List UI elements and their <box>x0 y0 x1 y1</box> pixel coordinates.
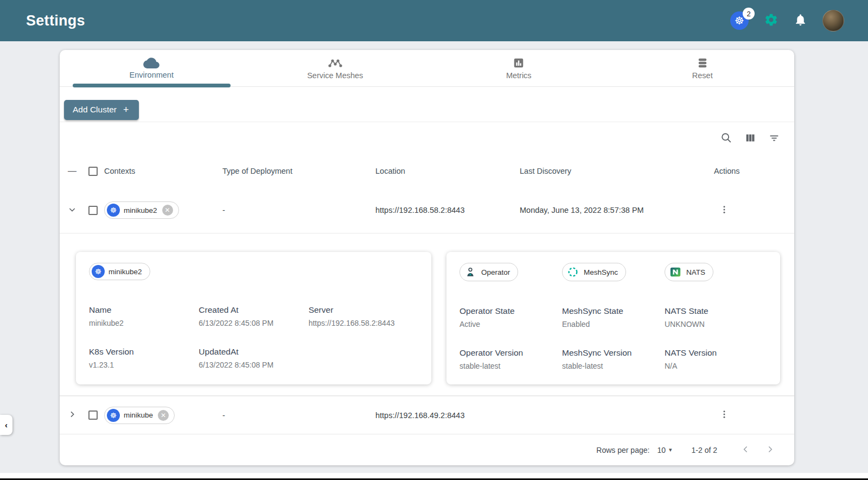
chevron-left-icon: ‹ <box>5 420 8 430</box>
tab-metrics[interactable]: Metrics <box>427 50 611 86</box>
nats-chip[interactable]: NATS <box>665 263 713 281</box>
search-icon <box>720 132 732 146</box>
tab-label: Service Meshes <box>307 71 363 80</box>
operator-chips: Operator MeshSync <box>459 263 767 281</box>
operator-detail-card: Operator MeshSync <box>446 252 780 384</box>
service-mesh-icon <box>327 57 343 69</box>
context-chip-minikube[interactable]: ☸ minikube ✕ <box>104 407 175 424</box>
nats-icon <box>668 265 682 279</box>
cell-location: https://192.168.49.2:8443 <box>375 411 520 420</box>
field-updated-at: UpdatedAt 6/13/2022 8:45:08 PM <box>199 347 308 369</box>
field-nats-state: NATS State UNKNOWN <box>665 306 767 329</box>
filter-button[interactable] <box>768 132 780 146</box>
context-chip-minikube2[interactable]: ☸ minikube2 ✕ <box>104 201 179 219</box>
chip-label: minikube2 <box>108 268 142 276</box>
field-label: Server <box>309 305 418 315</box>
chip-label: NATS <box>686 268 705 276</box>
next-page-button[interactable] <box>758 445 782 456</box>
bottom-strip <box>0 473 868 478</box>
field-meshsync-version: MeshSync Version stable-latest <box>562 348 665 370</box>
chevron-right-icon <box>68 410 76 420</box>
operator-chip[interactable]: Operator <box>459 263 518 281</box>
chip-delete-icon[interactable]: ✕ <box>158 410 169 421</box>
view-columns-button[interactable] <box>744 132 756 146</box>
chevron-down-icon <box>68 205 76 216</box>
database-icon <box>697 57 709 69</box>
column-header-type: Type of Deployment <box>222 167 375 175</box>
add-cluster-row: Add Cluster + <box>60 87 794 122</box>
bell-icon <box>794 13 807 28</box>
chip-label: MeshSync <box>584 268 618 276</box>
row-checkbox[interactable] <box>88 206 98 215</box>
field-label: NATS State <box>665 306 767 316</box>
column-header-location: Location <box>375 167 520 175</box>
cell-location: https://192.168.58.2:8443 <box>375 206 520 214</box>
cluster-detail-card: ☸ minikube2 Name minikube2 Created At 6/… <box>76 252 431 384</box>
rows-per-page-select[interactable]: 10 ▾ <box>657 446 672 454</box>
context-chip-minikube2-detail[interactable]: ☸ minikube2 <box>89 263 150 280</box>
meshsync-chip[interactable]: MeshSync <box>562 263 626 281</box>
header-actions: ☸ 2 <box>730 10 844 31</box>
tab-service-meshes[interactable]: Service Meshes <box>244 50 427 86</box>
notifications-button[interactable] <box>794 13 807 28</box>
field-label: Operator Version <box>459 348 562 358</box>
previous-page-button[interactable] <box>733 445 758 456</box>
table-pagination: Rows per page: 10 ▾ 1-2 of 2 <box>60 434 794 465</box>
kubernetes-icon: ☸ <box>107 409 120 422</box>
cell-type: - <box>222 206 375 214</box>
chevron-right-icon <box>765 445 775 456</box>
column-header-actions: Actions <box>711 167 794 175</box>
row-expander[interactable] <box>63 205 81 216</box>
user-avatar[interactable] <box>822 10 844 31</box>
field-value: 6/13/2022 8:45:08 PM <box>199 361 308 369</box>
bar-chart-icon <box>513 57 525 69</box>
rows-per-page-value: 10 <box>657 446 666 454</box>
field-value: N/A <box>665 362 767 370</box>
field-k8s-version: K8s Version v1.23.1 <box>89 347 199 369</box>
tab-label: Environment <box>130 71 174 79</box>
field-created-at: Created At 6/13/2022 8:45:08 PM <box>199 305 308 327</box>
field-value: UNKNOWN <box>665 320 767 329</box>
app-header: Settings ☸ 2 <box>0 0 868 41</box>
meshsync-icon <box>566 265 580 279</box>
operator-icon <box>463 265 477 279</box>
chevron-left-icon <box>741 445 750 456</box>
kubernetes-context-button[interactable]: ☸ 2 <box>730 11 749 30</box>
kubernetes-icon: ☸ <box>92 265 105 278</box>
cloud-icon <box>143 57 159 68</box>
rows-per-page-label: Rows per page: <box>596 446 649 454</box>
row-expander[interactable] <box>63 410 81 420</box>
table-toolbar <box>60 122 794 155</box>
chip-label: minikube <box>124 411 153 419</box>
collapse-all-icon[interactable]: — <box>63 166 81 176</box>
field-label: Operator State <box>459 306 562 316</box>
tab-environment[interactable]: Environment <box>60 50 244 86</box>
settings-card: Environment Service Meshes Metrics <box>60 50 794 465</box>
search-button[interactable] <box>720 132 732 146</box>
row-checkbox[interactable] <box>88 410 98 420</box>
add-cluster-label: Add Cluster <box>73 105 117 115</box>
row-actions-menu-button[interactable] <box>711 409 794 421</box>
operator-fields: Operator State Active MeshSync State Ena… <box>459 306 767 370</box>
tab-label: Reset <box>692 71 713 80</box>
select-all-checkbox[interactable] <box>88 167 98 176</box>
add-cluster-button[interactable]: Add Cluster + <box>64 100 139 120</box>
field-label: NATS Version <box>665 348 767 358</box>
pagination-range: 1-2 of 2 <box>692 446 717 454</box>
field-label: Name <box>89 305 199 315</box>
cell-type: - <box>222 411 375 420</box>
tab-reset[interactable]: Reset <box>611 50 795 86</box>
chip-delete-icon[interactable]: ✕ <box>162 205 173 216</box>
field-label: UpdatedAt <box>199 347 308 357</box>
field-value: https://192.168.58.2:8443 <box>309 319 418 327</box>
drawer-collapse-button[interactable]: ‹ <box>0 415 12 435</box>
field-label: K8s Version <box>89 347 199 357</box>
table-row: ☸ minikube2 ✕ - https://192.168.58.2:844… <box>60 187 794 233</box>
row-actions-menu-button[interactable] <box>711 205 794 216</box>
context-count-badge: 2 <box>743 8 755 20</box>
field-name: Name minikube2 <box>89 305 199 327</box>
field-server: Server https://192.168.58.2:8443 <box>309 305 418 327</box>
field-label: MeshSync State <box>562 306 665 316</box>
settings-gear-button[interactable] <box>764 12 778 29</box>
field-label: MeshSync Version <box>562 348 665 358</box>
